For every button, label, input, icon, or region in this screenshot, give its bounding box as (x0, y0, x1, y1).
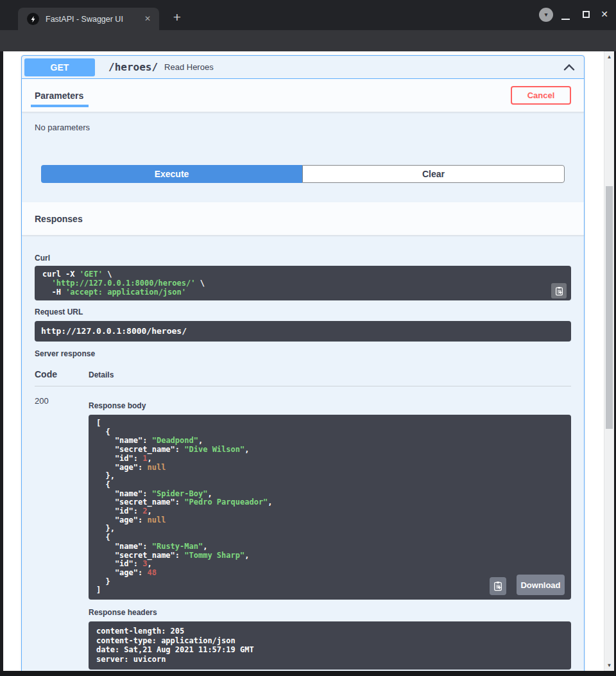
maximize-button[interactable] (583, 11, 590, 18)
browser-toolbar: ← → ↻ ⓘ 127.0.0.1:8000/docs#/default/rea… (0, 30, 616, 51)
fastapi-favicon-icon (27, 13, 39, 25)
tab-search-button[interactable]: ▾ (539, 8, 553, 22)
page-content: GET /heroes/ Read Heroes Parameters Canc… (3, 51, 604, 671)
execute-button[interactable]: Execute (41, 165, 302, 183)
execute-button-group: Execute Clear (41, 165, 565, 183)
response-body-label: Response body (89, 401, 571, 410)
responses-section-header: Responses (22, 202, 584, 236)
details-column-header: Details (89, 370, 114, 379)
no-parameters-text: No parameters (22, 112, 584, 132)
response-body-actions: Download (490, 575, 565, 595)
copy-curl-button[interactable] (551, 283, 567, 299)
copy-response-button[interactable] (490, 577, 506, 595)
responses-body: Curl curl -X 'GET' \ 'http://127.0.0.1:8… (22, 254, 584, 671)
request-url-label: Request URL (35, 308, 571, 316)
response-headers-block: content-length: 205 content-type: applic… (89, 621, 571, 670)
cancel-button[interactable]: Cancel (511, 86, 571, 105)
collapse-chevron-icon[interactable] (563, 64, 575, 71)
http-method-badge: GET (24, 58, 95, 76)
window-left-border (0, 51, 3, 676)
parameters-tab-underline (31, 105, 89, 107)
scrollbar-thumb[interactable] (606, 186, 613, 429)
response-details: Response body [ { "name": "Deadpond", "s… (89, 386, 571, 670)
parameters-title: Parameters (35, 91, 83, 101)
browser-window: FastAPI - Swagger UI ✕ + ▾ ✕ ← → ↻ ⓘ 127… (0, 0, 616, 676)
endpoint-path: /heroes/ (108, 61, 158, 73)
scroll-down-arrow-icon[interactable]: ▼ (604, 663, 614, 668)
curl-command-block: curl -X 'GET' \ 'http://127.0.0.1:8000/h… (35, 266, 571, 300)
response-table-header: Code Details (35, 369, 571, 386)
window-bottom-border (0, 671, 616, 676)
window-close-button[interactable]: ✕ (598, 8, 611, 21)
tab-title: FastAPI - Swagger UI (46, 15, 123, 24)
response-row: 200 Response body [ { "name": "Deadpond"… (35, 386, 571, 670)
code-column-header: Code (35, 369, 89, 379)
new-tab-button[interactable]: + (168, 8, 186, 26)
server-response-label: Server response (35, 349, 571, 358)
request-url-block: http://127.0.0.1:8000/heroes/ (35, 321, 571, 342)
clear-button[interactable]: Clear (302, 165, 565, 183)
curl-command-text: curl -X 'GET' \ 'http://127.0.0.1:8000/h… (42, 270, 205, 297)
response-body-block: [ { "name": "Deadpond", "secret_name": "… (89, 415, 571, 600)
opblock-summary[interactable]: GET /heroes/ Read Heroes (22, 56, 584, 79)
parameters-section-header: Parameters Cancel (22, 79, 584, 112)
response-body-json: [ { "name": "Deadpond", "secret_name": "… (96, 419, 273, 594)
responses-title: Responses (35, 214, 83, 224)
download-button[interactable]: Download (517, 575, 565, 595)
tab-close-icon[interactable]: ✕ (142, 13, 153, 24)
curl-label: Curl (35, 254, 571, 263)
status-code: 200 (35, 386, 89, 670)
vertical-scrollbar[interactable]: ▲ ▼ (604, 51, 614, 671)
titlebar: FastAPI - Swagger UI ✕ + ▾ ✕ (0, 0, 616, 30)
minimize-button[interactable] (561, 19, 570, 20)
endpoint-summary: Read Heroes (164, 62, 214, 72)
response-headers-label: Response headers (89, 608, 571, 617)
scroll-up-arrow-icon[interactable]: ▲ (604, 54, 614, 60)
opblock-get-heroes: GET /heroes/ Read Heroes Parameters Canc… (21, 55, 585, 671)
browser-tab[interactable]: FastAPI - Swagger UI ✕ (18, 8, 159, 30)
